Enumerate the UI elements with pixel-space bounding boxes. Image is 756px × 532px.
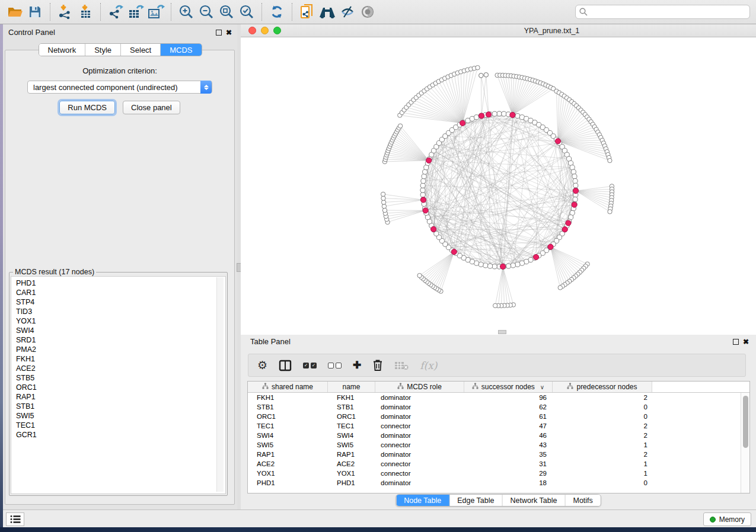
- column-header-MCDS-role[interactable]: MCDS role: [375, 382, 464, 392]
- tab-select[interactable]: Select: [121, 44, 161, 56]
- table-cell: ORC1: [328, 412, 375, 421]
- hide-details-eye-icon: [340, 5, 355, 19]
- table-options-gear-icon[interactable]: ⚙: [257, 358, 267, 373]
- show-graphics-details-button[interactable]: [358, 2, 378, 21]
- refresh-button[interactable]: [267, 2, 287, 21]
- mcds-result-item[interactable]: RAP1: [16, 392, 225, 402]
- import-network-button[interactable]: [55, 2, 75, 21]
- close-panel-icon[interactable]: ✖: [226, 30, 232, 36]
- mcds-list-scrollbar[interactable]: [216, 277, 224, 492]
- mcds-result-item[interactable]: STB1: [16, 402, 225, 411]
- import-table-button[interactable]: [75, 2, 95, 21]
- add-column-button[interactable]: ✚: [353, 358, 361, 373]
- export-network-button[interactable]: [106, 2, 126, 21]
- mcds-result-item[interactable]: SWI5: [16, 411, 225, 421]
- network-window-title: YPA_prune.txt_1: [294, 27, 756, 35]
- export-table-button[interactable]: [126, 2, 146, 21]
- desktop-wallpaper-bottom: [0, 527, 756, 532]
- table-row[interactable]: ACE2ACE2connector311: [248, 459, 741, 469]
- mcds-result-item[interactable]: ORC1: [16, 383, 225, 392]
- mcds-result-item[interactable]: PMA2: [16, 345, 225, 354]
- close-window-traffic-light[interactable]: [248, 27, 256, 34]
- mcds-result-item[interactable]: TID3: [16, 307, 225, 316]
- table-cell: 0: [553, 478, 652, 488]
- export-table-icon: [127, 4, 144, 20]
- table-row[interactable]: SWI4SWI4dominator462: [248, 431, 741, 440]
- optimization-criterion-select[interactable]: largest connected component (undirected): [27, 81, 212, 94]
- network-canvas[interactable]: [241, 37, 756, 334]
- tab-node-table[interactable]: Node Table: [396, 495, 449, 506]
- table-row[interactable]: YOX1YOX1connector291: [248, 469, 741, 478]
- save-floppy-icon: [28, 5, 42, 18]
- mcds-result-item[interactable]: CAR1: [16, 288, 225, 297]
- status-bar: Memory: [3, 509, 756, 527]
- zoom-fit-button[interactable]: [216, 2, 237, 21]
- zoom-out-button[interactable]: [196, 2, 216, 21]
- table-row[interactable]: FKH1FKH1dominator962: [248, 393, 741, 402]
- mcds-result-item[interactable]: GCR1: [16, 430, 225, 440]
- tab-network-table[interactable]: Network Table: [503, 495, 566, 506]
- table-cell: TEC1: [248, 421, 328, 431]
- main-toolbar: [0, 0, 756, 24]
- close-panel-button[interactable]: Close panel: [123, 101, 180, 114]
- optimization-criterion-value: largest connected component (undirected): [28, 83, 178, 92]
- mcds-result-item[interactable]: STP4: [16, 297, 225, 307]
- function-builder-button[interactable]: f(x): [420, 358, 437, 373]
- deselect-all-button[interactable]: [328, 358, 342, 373]
- show-panels-list-button[interactable]: [6, 512, 24, 526]
- mcds-result-item[interactable]: SRD1: [16, 335, 225, 345]
- mcds-result-item[interactable]: TEC1: [16, 421, 225, 430]
- zoom-in-button[interactable]: [176, 2, 196, 21]
- zoom-window-traffic-light[interactable]: [273, 27, 281, 34]
- column-header-shared-name[interactable]: shared name: [248, 382, 328, 392]
- mcds-result-item[interactable]: YOX1: [16, 316, 225, 326]
- table-row[interactable]: STB1STB1dominator620: [248, 402, 741, 412]
- search-network-button[interactable]: [317, 2, 337, 21]
- open-session-button[interactable]: [5, 2, 25, 21]
- delete-table-button[interactable]: [394, 358, 409, 373]
- share-document-button[interactable]: [297, 2, 317, 21]
- minimize-window-traffic-light[interactable]: [261, 27, 269, 34]
- mcds-result-item[interactable]: ACE2: [16, 364, 225, 373]
- export-image-button[interactable]: [146, 2, 166, 21]
- float-panel-icon[interactable]: [216, 30, 222, 36]
- tab-style[interactable]: Style: [85, 44, 121, 56]
- table-scrollbar-thumb[interactable]: [743, 396, 748, 448]
- save-session-button[interactable]: [25, 2, 45, 21]
- close-panel-icon[interactable]: ✖: [743, 339, 749, 345]
- divider-handle[interactable]: [498, 330, 506, 334]
- table-cell: dominator: [375, 412, 464, 421]
- table-panel-title: Table Panel: [250, 337, 291, 346]
- hide-graphics-details-button[interactable]: [337, 2, 358, 21]
- mcds-result-item[interactable]: STB5: [16, 373, 225, 383]
- memory-button[interactable]: Memory: [703, 512, 751, 526]
- table-row[interactable]: RAP1RAP1dominator352: [248, 450, 741, 459]
- tab-network[interactable]: Network: [39, 44, 85, 56]
- mcds-result-item[interactable]: PHD1: [16, 278, 225, 288]
- table-row[interactable]: TEC1TEC1connector472: [248, 421, 741, 431]
- tab-mcds[interactable]: MCDS: [161, 44, 201, 56]
- table-scrollbar[interactable]: [741, 393, 749, 493]
- mcds-result-item[interactable]: FKH1: [16, 354, 225, 364]
- delete-column-button[interactable]: [372, 358, 383, 373]
- export-network-icon: [108, 4, 124, 20]
- column-header-name[interactable]: name: [328, 382, 375, 392]
- zoom-selected-button[interactable]: [237, 2, 257, 21]
- column-header-successor-nodes[interactable]: successor nodes∨: [464, 382, 553, 392]
- tab-edge-table[interactable]: Edge Table: [449, 495, 502, 506]
- mcds-result-item[interactable]: SWI4: [16, 326, 225, 335]
- search-input[interactable]: [575, 5, 750, 19]
- show-columns-button[interactable]: [279, 358, 292, 373]
- network-graph[interactable]: [241, 37, 756, 334]
- select-all-button[interactable]: ✓✓: [303, 358, 317, 373]
- tab-motifs[interactable]: Motifs: [565, 495, 600, 506]
- run-mcds-button[interactable]: Run MCDS: [59, 101, 115, 114]
- float-panel-icon[interactable]: [733, 339, 739, 345]
- toolbar-separator: [100, 3, 101, 21]
- table-cell: dominator: [375, 393, 464, 402]
- column-header-predecessor-nodes[interactable]: predecessor nodes: [553, 382, 652, 392]
- table-row[interactable]: PHD1PHD1dominator180: [248, 478, 741, 488]
- unchecked-box-icon: [336, 363, 342, 368]
- table-row[interactable]: ORC1ORC1dominator610: [248, 412, 741, 421]
- table-row[interactable]: SWI5SWI5connector431: [248, 440, 741, 450]
